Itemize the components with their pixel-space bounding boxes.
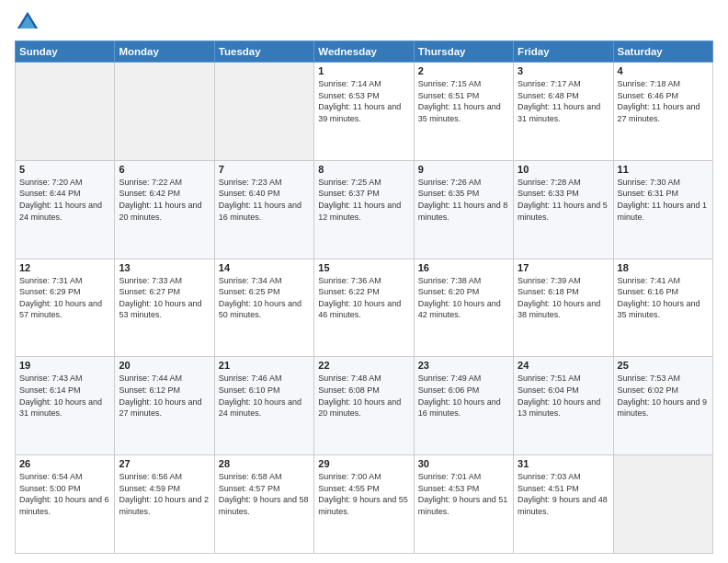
calendar-day-cell: 11Sunrise: 7:30 AMSunset: 6:31 PMDayligh… [613, 160, 712, 259]
logo [15, 9, 42, 35]
calendar-day-header: Friday [514, 41, 613, 63]
calendar-day-cell: 23Sunrise: 7:49 AMSunset: 6:06 PMDayligh… [414, 357, 513, 455]
day-info: Sunrise: 7:51 AMSunset: 6:04 PMDaylight:… [518, 373, 609, 419]
calendar-day-cell: 12Sunrise: 7:31 AMSunset: 6:29 PMDayligh… [16, 259, 115, 357]
calendar-day-cell: 24Sunrise: 7:51 AMSunset: 6:04 PMDayligh… [514, 357, 613, 455]
day-info: Sunrise: 7:46 AMSunset: 6:10 PMDaylight:… [219, 373, 310, 419]
calendar-day-cell: 8Sunrise: 7:25 AMSunset: 6:37 PMDaylight… [314, 160, 414, 259]
day-number: 25 [618, 360, 709, 371]
day-info: Sunrise: 7:48 AMSunset: 6:08 PMDaylight:… [318, 373, 409, 419]
day-info: Sunrise: 7:43 AMSunset: 6:14 PMDaylight:… [19, 373, 110, 419]
day-number: 19 [19, 360, 110, 371]
calendar-day-cell: 3Sunrise: 7:17 AMSunset: 6:48 PMDaylight… [514, 63, 613, 161]
day-number: 12 [19, 262, 110, 273]
calendar-day-cell [16, 63, 115, 161]
day-info: Sunrise: 7:36 AMSunset: 6:22 PMDaylight:… [318, 275, 409, 321]
calendar-week-row: 12Sunrise: 7:31 AMSunset: 6:29 PMDayligh… [16, 259, 713, 357]
day-info: Sunrise: 7:30 AMSunset: 6:31 PMDaylight:… [618, 177, 709, 223]
day-number: 30 [418, 458, 509, 469]
calendar-day-cell: 20Sunrise: 7:44 AMSunset: 6:12 PMDayligh… [115, 357, 214, 455]
day-number: 5 [19, 164, 110, 175]
day-info: Sunrise: 7:14 AMSunset: 6:53 PMDaylight:… [318, 78, 409, 124]
calendar-day-cell: 22Sunrise: 7:48 AMSunset: 6:08 PMDayligh… [314, 357, 414, 455]
page: SundayMondayTuesdayWednesdayThursdayFrid… [0, 0, 728, 563]
calendar-day-cell: 28Sunrise: 6:58 AMSunset: 4:57 PMDayligh… [214, 455, 313, 554]
calendar-day-cell: 30Sunrise: 7:01 AMSunset: 4:53 PMDayligh… [414, 455, 513, 554]
calendar-header-row: SundayMondayTuesdayWednesdayThursdayFrid… [16, 41, 713, 63]
day-number: 24 [518, 360, 609, 371]
calendar-week-row: 1Sunrise: 7:14 AMSunset: 6:53 PMDaylight… [16, 63, 713, 161]
day-info: Sunrise: 7:31 AMSunset: 6:29 PMDaylight:… [19, 275, 110, 321]
day-number: 2 [418, 65, 509, 76]
day-info: Sunrise: 7:26 AMSunset: 6:35 PMDaylight:… [418, 177, 509, 223]
calendar-day-cell: 27Sunrise: 6:56 AMSunset: 4:59 PMDayligh… [115, 455, 214, 554]
day-info: Sunrise: 7:22 AMSunset: 6:42 PMDaylight:… [119, 177, 210, 223]
day-info: Sunrise: 7:34 AMSunset: 6:25 PMDaylight:… [219, 275, 310, 321]
day-number: 4 [618, 65, 709, 76]
calendar-day-header: Wednesday [314, 41, 414, 63]
calendar-day-cell: 16Sunrise: 7:38 AMSunset: 6:20 PMDayligh… [414, 259, 513, 357]
calendar-day-cell: 7Sunrise: 7:23 AMSunset: 6:40 PMDaylight… [214, 160, 313, 259]
day-number: 20 [119, 360, 210, 371]
day-number: 23 [418, 360, 509, 371]
calendar-day-cell: 13Sunrise: 7:33 AMSunset: 6:27 PMDayligh… [115, 259, 214, 357]
day-info: Sunrise: 7:44 AMSunset: 6:12 PMDaylight:… [119, 373, 210, 419]
day-number: 14 [219, 262, 310, 273]
day-number: 10 [518, 164, 609, 175]
calendar-day-cell: 9Sunrise: 7:26 AMSunset: 6:35 PMDaylight… [414, 160, 513, 259]
day-info: Sunrise: 7:49 AMSunset: 6:06 PMDaylight:… [418, 373, 509, 419]
calendar-day-cell: 29Sunrise: 7:00 AMSunset: 4:55 PMDayligh… [314, 455, 414, 554]
day-number: 21 [219, 360, 310, 371]
calendar-day-cell: 5Sunrise: 7:20 AMSunset: 6:44 PMDaylight… [16, 160, 115, 259]
day-info: Sunrise: 6:58 AMSunset: 4:57 PMDaylight:… [219, 471, 310, 517]
day-info: Sunrise: 7:41 AMSunset: 6:16 PMDaylight:… [618, 275, 709, 321]
header [15, 9, 713, 35]
calendar-day-cell [115, 63, 214, 161]
calendar-day-cell: 6Sunrise: 7:22 AMSunset: 6:42 PMDaylight… [115, 160, 214, 259]
day-info: Sunrise: 7:01 AMSunset: 4:53 PMDaylight:… [418, 471, 509, 517]
calendar-day-cell: 14Sunrise: 7:34 AMSunset: 6:25 PMDayligh… [214, 259, 313, 357]
day-number: 8 [318, 164, 409, 175]
day-number: 27 [119, 458, 210, 469]
day-info: Sunrise: 7:33 AMSunset: 6:27 PMDaylight:… [119, 275, 210, 321]
day-info: Sunrise: 7:39 AMSunset: 6:18 PMDaylight:… [518, 275, 609, 321]
day-info: Sunrise: 7:18 AMSunset: 6:46 PMDaylight:… [618, 78, 709, 124]
calendar-day-cell: 1Sunrise: 7:14 AMSunset: 6:53 PMDaylight… [314, 63, 414, 161]
day-number: 22 [318, 360, 409, 371]
day-info: Sunrise: 7:00 AMSunset: 4:55 PMDaylight:… [318, 471, 409, 517]
day-number: 7 [219, 164, 310, 175]
day-number: 15 [318, 262, 409, 273]
day-info: Sunrise: 7:28 AMSunset: 6:33 PMDaylight:… [518, 177, 609, 223]
day-number: 11 [618, 164, 709, 175]
calendar-day-cell: 25Sunrise: 7:53 AMSunset: 6:02 PMDayligh… [613, 357, 712, 455]
day-number: 6 [119, 164, 210, 175]
day-number: 29 [318, 458, 409, 469]
calendar-day-header: Thursday [414, 41, 513, 63]
day-number: 17 [518, 262, 609, 273]
day-info: Sunrise: 6:54 AMSunset: 5:00 PMDaylight:… [19, 471, 110, 517]
calendar-day-cell: 19Sunrise: 7:43 AMSunset: 6:14 PMDayligh… [16, 357, 115, 455]
calendar-day-cell [214, 63, 313, 161]
day-info: Sunrise: 7:38 AMSunset: 6:20 PMDaylight:… [418, 275, 509, 321]
calendar-day-header: Tuesday [214, 41, 313, 63]
day-number: 28 [219, 458, 310, 469]
day-number: 9 [418, 164, 509, 175]
calendar-day-cell: 2Sunrise: 7:15 AMSunset: 6:51 PMDaylight… [414, 63, 513, 161]
calendar-day-cell: 21Sunrise: 7:46 AMSunset: 6:10 PMDayligh… [214, 357, 313, 455]
calendar-day-cell: 4Sunrise: 7:18 AMSunset: 6:46 PMDaylight… [613, 63, 712, 161]
day-info: Sunrise: 7:17 AMSunset: 6:48 PMDaylight:… [518, 78, 609, 124]
day-info: Sunrise: 7:23 AMSunset: 6:40 PMDaylight:… [219, 177, 310, 223]
calendar-day-cell: 17Sunrise: 7:39 AMSunset: 6:18 PMDayligh… [514, 259, 613, 357]
calendar-table: SundayMondayTuesdayWednesdayThursdayFrid… [15, 40, 713, 554]
day-info: Sunrise: 7:53 AMSunset: 6:02 PMDaylight:… [618, 373, 709, 419]
day-number: 18 [618, 262, 709, 273]
calendar-day-header: Saturday [613, 41, 712, 63]
day-number: 1 [318, 65, 409, 76]
calendar-day-header: Monday [115, 41, 214, 63]
day-info: Sunrise: 7:03 AMSunset: 4:51 PMDaylight:… [518, 471, 609, 517]
calendar-week-row: 19Sunrise: 7:43 AMSunset: 6:14 PMDayligh… [16, 357, 713, 455]
day-number: 13 [119, 262, 210, 273]
day-info: Sunrise: 7:25 AMSunset: 6:37 PMDaylight:… [318, 177, 409, 223]
day-number: 26 [19, 458, 110, 469]
calendar-day-cell: 15Sunrise: 7:36 AMSunset: 6:22 PMDayligh… [314, 259, 414, 357]
